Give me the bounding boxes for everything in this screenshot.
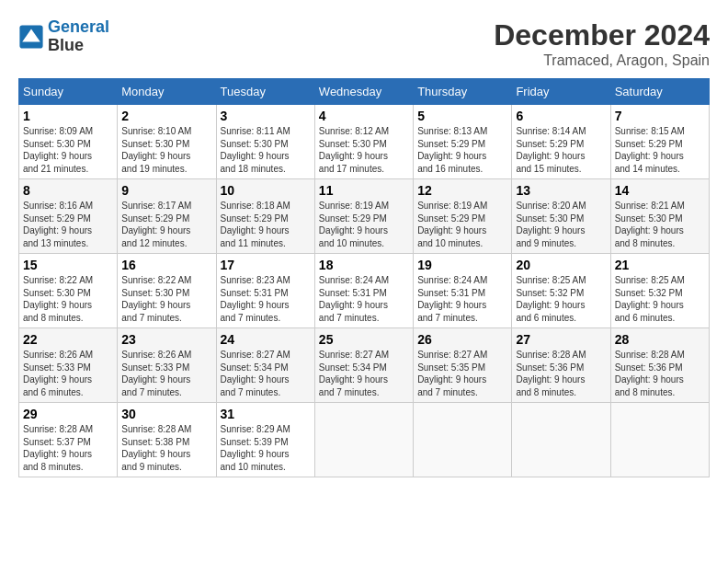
calendar-cell: 21Sunrise: 8:25 AM Sunset: 5:32 PM Dayli… xyxy=(610,254,709,328)
calendar-cell: 11Sunrise: 8:19 AM Sunset: 5:29 PM Dayli… xyxy=(314,179,413,254)
day-number: 12 xyxy=(417,183,507,198)
day-info: Sunrise: 8:23 AM Sunset: 5:31 PM Dayligh… xyxy=(221,274,311,324)
day-number: 21 xyxy=(615,258,705,272)
day-info: Sunrise: 8:29 AM Sunset: 5:39 PM Dayligh… xyxy=(221,423,311,473)
calendar-cell: 7Sunrise: 8:15 AM Sunset: 5:29 PM Daylig… xyxy=(610,105,709,179)
day-info: Sunrise: 8:18 AM Sunset: 5:29 PM Dayligh… xyxy=(221,200,311,249)
day-info: Sunrise: 8:26 AM Sunset: 5:33 PM Dayligh… xyxy=(23,349,113,398)
day-info: Sunrise: 8:25 AM Sunset: 5:32 PM Dayligh… xyxy=(615,274,705,324)
day-number: 26 xyxy=(417,332,507,347)
calendar-table: SundayMondayTuesdayWednesdayThursdayFrid… xyxy=(18,78,710,477)
day-info: Sunrise: 8:21 AM Sunset: 5:30 PM Dayligh… xyxy=(615,200,705,249)
day-number: 27 xyxy=(516,332,606,347)
day-info: Sunrise: 8:14 AM Sunset: 5:29 PM Dayligh… xyxy=(516,125,606,175)
day-info: Sunrise: 8:10 AM Sunset: 5:30 PM Dayligh… xyxy=(121,125,211,175)
calendar-cell xyxy=(512,403,610,477)
day-number: 30 xyxy=(121,407,211,421)
calendar-cell: 4Sunrise: 8:12 AM Sunset: 5:30 PM Daylig… xyxy=(314,105,413,179)
calendar-cell: 17Sunrise: 8:23 AM Sunset: 5:31 PM Dayli… xyxy=(216,254,314,328)
logo: General Blue xyxy=(18,18,109,55)
calendar-cell: 14Sunrise: 8:21 AM Sunset: 5:30 PM Dayli… xyxy=(610,179,709,254)
day-info: Sunrise: 8:19 AM Sunset: 5:29 PM Dayligh… xyxy=(319,200,409,249)
calendar-cell: 3Sunrise: 8:11 AM Sunset: 5:30 PM Daylig… xyxy=(216,105,314,179)
calendar-cell: 25Sunrise: 8:27 AM Sunset: 5:34 PM Dayli… xyxy=(314,328,413,403)
day-number: 14 xyxy=(615,183,705,198)
day-info: Sunrise: 8:25 AM Sunset: 5:32 PM Dayligh… xyxy=(516,274,606,324)
location-title: Tramaced, Aragon, Spain xyxy=(494,52,710,69)
calendar-header-tuesday: Tuesday xyxy=(216,79,314,105)
day-number: 19 xyxy=(417,258,507,272)
calendar-header-friday: Friday xyxy=(512,79,610,105)
day-number: 6 xyxy=(516,109,606,123)
day-number: 29 xyxy=(23,407,113,421)
calendar-header-monday: Monday xyxy=(118,79,216,105)
calendar-cell: 13Sunrise: 8:20 AM Sunset: 5:30 PM Dayli… xyxy=(512,179,610,254)
calendar-cell: 19Sunrise: 8:24 AM Sunset: 5:31 PM Dayli… xyxy=(414,254,512,328)
day-number: 31 xyxy=(221,407,311,421)
calendar-cell: 20Sunrise: 8:25 AM Sunset: 5:32 PM Dayli… xyxy=(512,254,610,328)
day-info: Sunrise: 8:22 AM Sunset: 5:30 PM Dayligh… xyxy=(23,274,113,324)
day-info: Sunrise: 8:24 AM Sunset: 5:31 PM Dayligh… xyxy=(417,274,507,324)
calendar-header-sunday: Sunday xyxy=(19,79,118,105)
day-number: 10 xyxy=(221,183,311,198)
calendar-cell: 24Sunrise: 8:27 AM Sunset: 5:34 PM Dayli… xyxy=(216,328,314,403)
day-info: Sunrise: 8:27 AM Sunset: 5:34 PM Dayligh… xyxy=(221,349,311,398)
calendar-cell: 23Sunrise: 8:26 AM Sunset: 5:33 PM Dayli… xyxy=(118,328,216,403)
calendar-cell: 22Sunrise: 8:26 AM Sunset: 5:33 PM Dayli… xyxy=(19,328,118,403)
day-info: Sunrise: 8:26 AM Sunset: 5:33 PM Dayligh… xyxy=(121,349,211,398)
day-info: Sunrise: 8:16 AM Sunset: 5:29 PM Dayligh… xyxy=(23,200,113,249)
day-info: Sunrise: 8:17 AM Sunset: 5:29 PM Dayligh… xyxy=(121,200,211,249)
calendar-header-wednesday: Wednesday xyxy=(314,79,413,105)
day-number: 13 xyxy=(516,183,606,198)
logo-text: General Blue xyxy=(48,18,109,55)
calendar-week-row: 29Sunrise: 8:28 AM Sunset: 5:37 PM Dayli… xyxy=(19,403,710,477)
calendar-cell: 2Sunrise: 8:10 AM Sunset: 5:30 PM Daylig… xyxy=(118,105,216,179)
calendar-cell: 29Sunrise: 8:28 AM Sunset: 5:37 PM Dayli… xyxy=(19,403,118,477)
day-info: Sunrise: 8:22 AM Sunset: 5:30 PM Dayligh… xyxy=(121,274,211,324)
day-number: 5 xyxy=(417,109,507,123)
day-number: 22 xyxy=(23,332,113,347)
day-number: 9 xyxy=(121,183,211,198)
day-info: Sunrise: 8:28 AM Sunset: 5:38 PM Dayligh… xyxy=(121,423,211,473)
title-area: December 2024 Tramaced, Aragon, Spain xyxy=(494,18,710,69)
day-info: Sunrise: 8:09 AM Sunset: 5:30 PM Dayligh… xyxy=(23,125,113,175)
day-number: 1 xyxy=(23,109,113,123)
calendar-cell: 1Sunrise: 8:09 AM Sunset: 5:30 PM Daylig… xyxy=(19,105,118,179)
calendar-cell: 6Sunrise: 8:14 AM Sunset: 5:29 PM Daylig… xyxy=(512,105,610,179)
calendar-body: 1Sunrise: 8:09 AM Sunset: 5:30 PM Daylig… xyxy=(19,105,710,477)
day-number: 28 xyxy=(615,332,705,347)
day-info: Sunrise: 8:20 AM Sunset: 5:30 PM Dayligh… xyxy=(516,200,606,249)
calendar-cell: 28Sunrise: 8:28 AM Sunset: 5:36 PM Dayli… xyxy=(610,328,709,403)
day-number: 4 xyxy=(319,109,409,123)
calendar-week-row: 15Sunrise: 8:22 AM Sunset: 5:30 PM Dayli… xyxy=(19,254,710,328)
calendar-cell: 26Sunrise: 8:27 AM Sunset: 5:35 PM Dayli… xyxy=(414,328,512,403)
calendar-cell xyxy=(414,403,512,477)
day-number: 17 xyxy=(221,258,311,272)
day-info: Sunrise: 8:13 AM Sunset: 5:29 PM Dayligh… xyxy=(417,125,507,175)
day-number: 3 xyxy=(221,109,311,123)
day-number: 18 xyxy=(319,258,409,272)
calendar-week-row: 1Sunrise: 8:09 AM Sunset: 5:30 PM Daylig… xyxy=(19,105,710,179)
calendar-header-row: SundayMondayTuesdayWednesdayThursdayFrid… xyxy=(19,79,710,105)
day-info: Sunrise: 8:27 AM Sunset: 5:34 PM Dayligh… xyxy=(319,349,409,398)
calendar-cell: 9Sunrise: 8:17 AM Sunset: 5:29 PM Daylig… xyxy=(118,179,216,254)
calendar-cell xyxy=(314,403,413,477)
calendar-header-thursday: Thursday xyxy=(414,79,512,105)
day-number: 2 xyxy=(121,109,211,123)
day-info: Sunrise: 8:11 AM Sunset: 5:30 PM Dayligh… xyxy=(221,125,311,175)
day-info: Sunrise: 8:28 AM Sunset: 5:37 PM Dayligh… xyxy=(23,423,113,473)
calendar-cell: 18Sunrise: 8:24 AM Sunset: 5:31 PM Dayli… xyxy=(314,254,413,328)
calendar-cell: 10Sunrise: 8:18 AM Sunset: 5:29 PM Dayli… xyxy=(216,179,314,254)
day-info: Sunrise: 8:15 AM Sunset: 5:29 PM Dayligh… xyxy=(615,125,705,175)
day-number: 16 xyxy=(121,258,211,272)
header: General Blue December 2024 Tramaced, Ara… xyxy=(18,18,710,69)
day-number: 25 xyxy=(319,332,409,347)
day-info: Sunrise: 8:27 AM Sunset: 5:35 PM Dayligh… xyxy=(417,349,507,398)
logo-icon xyxy=(18,24,44,50)
calendar-week-row: 22Sunrise: 8:26 AM Sunset: 5:33 PM Dayli… xyxy=(19,328,710,403)
day-number: 7 xyxy=(615,109,705,123)
day-number: 24 xyxy=(221,332,311,347)
calendar-cell: 31Sunrise: 8:29 AM Sunset: 5:39 PM Dayli… xyxy=(216,403,314,477)
day-number: 23 xyxy=(121,332,211,347)
calendar-cell: 27Sunrise: 8:28 AM Sunset: 5:36 PM Dayli… xyxy=(512,328,610,403)
